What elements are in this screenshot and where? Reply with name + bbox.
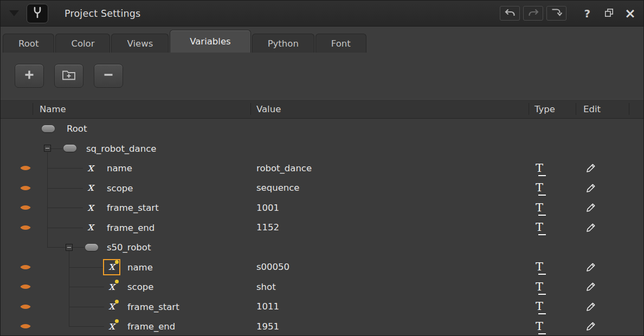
value-cell[interactable]: s00050	[251, 257, 529, 277]
expander-toggle[interactable]	[44, 145, 51, 152]
variable-icon[interactable]: x	[103, 259, 120, 275]
type-cell: T	[529, 178, 576, 198]
visibility-eye-icon[interactable]	[20, 322, 31, 330]
variable-icon[interactable]: x	[82, 180, 99, 196]
name-cell: xname	[33, 257, 251, 277]
visibility-eye-icon[interactable]	[20, 303, 31, 311]
visibility-eye-icon[interactable]	[20, 164, 31, 172]
revert-arrow-icon	[551, 8, 562, 18]
tree-variable-row[interactable]: xframe_start1011T	[1, 297, 643, 317]
variable-icon[interactable]: x	[103, 299, 120, 315]
tree-variable-row[interactable]: xframe_start1001T	[1, 198, 643, 218]
value-cell[interactable]: 1152	[251, 218, 529, 238]
tab-color[interactable]: Color	[55, 34, 110, 53]
type-text-icon: T	[536, 163, 543, 174]
add-group-button[interactable]	[54, 64, 83, 88]
redo-button[interactable]	[523, 6, 543, 21]
group-icon	[85, 244, 98, 251]
tab-root[interactable]: Root	[3, 34, 54, 53]
variable-icon[interactable]: x	[82, 160, 99, 176]
row-gutter	[1, 178, 33, 198]
close-button[interactable]: ×	[624, 7, 636, 20]
tree-line-horizontal	[47, 188, 83, 189]
visibility-eye-icon[interactable]	[20, 224, 31, 231]
type-cell: T	[529, 316, 576, 335]
tree-group-row[interactable]: s50_robot	[1, 237, 643, 257]
edit-pencil-icon[interactable]	[586, 302, 596, 312]
variable-icon[interactable]: x	[82, 219, 99, 236]
name-cell: xframe_start	[33, 198, 251, 218]
tree-group-row[interactable]: sq_robot_dance	[1, 139, 643, 159]
minus-icon	[103, 69, 114, 82]
help-button[interactable]: ?	[584, 8, 590, 19]
revert-button[interactable]	[546, 6, 566, 21]
edit-pencil-icon[interactable]	[586, 183, 596, 193]
float-panel-button[interactable]	[604, 8, 614, 19]
edit-cell	[576, 198, 629, 218]
column-header-value[interactable]: Value	[251, 100, 529, 118]
column-header-type[interactable]: Type	[529, 100, 576, 118]
visibility-eye-icon[interactable]	[20, 263, 31, 271]
edit-pencil-icon[interactable]	[586, 203, 596, 212]
type-text-icon: T	[536, 222, 543, 233]
value-cell[interactable]: 1951	[251, 316, 529, 335]
value-text: s00050	[256, 262, 289, 272]
variable-icon[interactable]: x	[103, 279, 120, 295]
row-gutter	[1, 119, 33, 139]
visibility-eye-icon[interactable]	[20, 283, 31, 290]
tree-group-row[interactable]: Root	[1, 119, 643, 139]
tree-variable-row[interactable]: xframe_end1951T	[1, 316, 643, 335]
edit-cell	[576, 218, 629, 238]
tab-variables[interactable]: Variables	[170, 30, 250, 53]
variable-name-label: frame_start	[127, 301, 179, 312]
edit-pencil-icon[interactable]	[586, 282, 596, 292]
edit-pencil-icon[interactable]	[586, 321, 596, 331]
add-variable-button[interactable]	[15, 64, 44, 88]
expander-toggle[interactable]	[66, 244, 73, 251]
variable-x-glyph: x	[108, 320, 115, 332]
variable-x-glyph: x	[87, 162, 94, 173]
tree-variable-row[interactable]: xscopesequenceT	[1, 178, 643, 198]
properties-panel-button[interactable]	[27, 4, 48, 23]
variable-name-label: frame_end	[107, 222, 154, 232]
tab-views[interactable]: Views	[111, 34, 169, 53]
type-cell: T	[529, 277, 576, 297]
tab-python[interactable]: Python	[252, 34, 314, 53]
tree-variable-row[interactable]: xscopeshotT	[1, 277, 643, 297]
value-cell[interactable]: shot	[251, 277, 529, 297]
value-cell[interactable]: 1011	[251, 297, 529, 317]
variable-icon[interactable]: x	[103, 318, 120, 334]
tree-variable-row[interactable]: xframe_end1152T	[1, 218, 643, 238]
tab-bar: RootColorViewsVariablesPythonFont	[1, 27, 643, 53]
type-cell: T	[529, 198, 576, 218]
value-cell[interactable]: sequence	[251, 178, 529, 198]
value-cell[interactable]: 1001	[251, 198, 529, 218]
tree-variable-row[interactable]: xnamerobot_danceT	[1, 158, 643, 178]
row-gutter	[1, 237, 33, 257]
column-header-value-label: Value	[256, 104, 281, 114]
variable-icon[interactable]: x	[82, 199, 99, 216]
group-label: sq_robot_dance	[86, 143, 156, 153]
variable-x-glyph: x	[87, 182, 94, 193]
edit-pencil-icon[interactable]	[586, 262, 596, 272]
remove-variable-button[interactable]	[94, 64, 123, 88]
undo-button[interactable]	[500, 6, 520, 21]
column-header-edit[interactable]: Edit	[576, 100, 629, 118]
table-header: Name Value Type Edit	[1, 99, 643, 119]
edit-cell	[576, 297, 629, 317]
edit-pencil-icon[interactable]	[586, 223, 596, 232]
column-header-name[interactable]: Name	[33, 100, 251, 118]
value-cell	[251, 139, 529, 159]
value-cell	[251, 119, 529, 139]
tab-font[interactable]: Font	[315, 34, 366, 53]
value-cell[interactable]: robot_dance	[251, 158, 529, 178]
variable-name-label: scope	[127, 282, 153, 292]
type-cell: T	[529, 158, 576, 178]
edit-pencil-icon[interactable]	[586, 163, 596, 173]
row-gutter	[1, 198, 33, 218]
visibility-eye-icon[interactable]	[20, 184, 31, 192]
visibility-eye-icon[interactable]	[20, 204, 31, 211]
tree-variable-row[interactable]: xnames00050T	[1, 257, 643, 277]
panel-menu-icon[interactable]	[9, 10, 19, 16]
plus-icon	[24, 69, 35, 82]
